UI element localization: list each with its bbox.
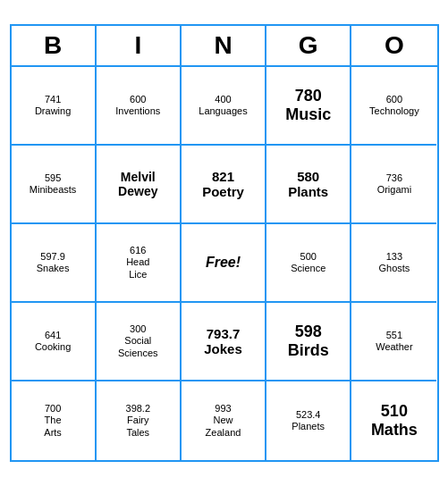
bingo-cell: 510Maths — [351, 381, 436, 460]
header-letter: I — [97, 26, 182, 65]
cell-number: 597.9 — [40, 251, 65, 263]
cell-number: 616 — [130, 245, 146, 256]
dewey-label: Melvil Dewey — [118, 170, 157, 198]
cell-number: 580 — [297, 169, 319, 184]
cell-number: 641 — [45, 330, 61, 341]
bingo-cell: 580Plants — [266, 146, 351, 224]
bingo-cell: 398.2Fairy Tales — [97, 381, 182, 460]
header-letter: G — [266, 26, 351, 65]
bingo-cell: 736Origami — [351, 146, 436, 224]
cell-label: Inventions — [115, 105, 160, 117]
bingo-cell: 600Inventions — [97, 67, 182, 146]
bingo-cell: 641Cooking — [12, 303, 97, 381]
cell-number: 523.4 — [296, 409, 321, 421]
cell-label: Head Lice — [126, 256, 149, 280]
cell-number: 993 — [215, 403, 231, 415]
cell-label: Origami — [377, 184, 412, 196]
bingo-cell: 616Head Lice — [97, 224, 182, 303]
free-space: Free! — [206, 255, 241, 271]
cell-label: Science — [291, 263, 325, 274]
cell-number: 400 — [215, 94, 231, 105]
cell-number: 736 — [386, 172, 402, 184]
cell-label: Music — [285, 105, 331, 124]
cell-label: Maths — [371, 421, 418, 440]
bingo-cell: 598Birds — [266, 303, 351, 381]
cell-label: Weather — [376, 341, 412, 353]
cell-number: 741 — [45, 94, 61, 105]
bingo-card: BINGO 741Drawing600Inventions400Language… — [10, 24, 439, 462]
header-letter: N — [182, 26, 266, 65]
cell-label: Social Sciences — [118, 335, 158, 358]
bingo-cell: 793.7Jokes — [182, 303, 266, 381]
cell-number: 595 — [45, 172, 61, 184]
bingo-cell: 700The Arts — [12, 381, 97, 460]
cell-label: Drawing — [35, 105, 71, 117]
cell-number: 821 — [212, 169, 234, 184]
cell-label: Cooking — [35, 341, 71, 353]
cell-label: Planets — [292, 421, 325, 432]
cell-label: Poetry — [202, 184, 244, 199]
cell-number: 551 — [386, 330, 402, 341]
cell-label: Technology — [369, 105, 419, 117]
cell-label: Ghosts — [378, 263, 410, 274]
cell-number: 133 — [386, 251, 402, 263]
cell-label: Plants — [288, 184, 328, 199]
cell-label: Jokes — [204, 341, 242, 356]
header-letter: O — [351, 26, 436, 65]
cell-label: Languages — [199, 105, 247, 117]
cell-number: 600 — [386, 94, 402, 105]
cell-label: Birds — [288, 341, 329, 360]
cell-label: Snakes — [37, 263, 70, 274]
bingo-cell: 780Music — [266, 67, 351, 146]
cell-label: Fairy Tales — [126, 415, 149, 438]
bingo-cell: 595Minibeasts — [12, 146, 97, 224]
cell-number: 598 — [295, 323, 322, 341]
bingo-header: BINGO — [12, 26, 437, 67]
bingo-cell: 741Drawing — [12, 67, 97, 146]
bingo-cell: Melvil Dewey — [97, 146, 182, 224]
cell-label: Minibeasts — [30, 184, 77, 196]
bingo-grid: 741Drawing600Inventions400Languages780Mu… — [12, 67, 437, 460]
cell-label: The Arts — [44, 415, 62, 438]
bingo-cell: 523.4Planets — [266, 381, 351, 460]
cell-number: 793.7 — [207, 326, 241, 341]
bingo-cell: 821Poetry — [182, 146, 266, 224]
bingo-cell: 597.9Snakes — [12, 224, 97, 303]
cell-label: New Zealand — [206, 415, 241, 438]
cell-number: 300 — [130, 323, 146, 335]
header-letter: B — [12, 26, 97, 65]
cell-number: 600 — [130, 94, 146, 105]
cell-number: 500 — [300, 251, 317, 263]
cell-number: 780 — [295, 87, 322, 105]
bingo-cell: 300Social Sciences — [97, 303, 182, 381]
cell-number: 700 — [45, 403, 61, 415]
bingo-cell: 993New Zealand — [182, 381, 266, 460]
bingo-cell: 400Languages — [182, 67, 266, 146]
bingo-cell: 500Science — [266, 224, 351, 303]
cell-number: 398.2 — [126, 403, 151, 415]
bingo-cell: Free! — [182, 224, 266, 303]
bingo-cell: 600Technology — [351, 67, 436, 146]
cell-number: 510 — [381, 402, 408, 421]
bingo-cell: 133Ghosts — [351, 224, 436, 303]
bingo-cell: 551Weather — [351, 303, 436, 381]
